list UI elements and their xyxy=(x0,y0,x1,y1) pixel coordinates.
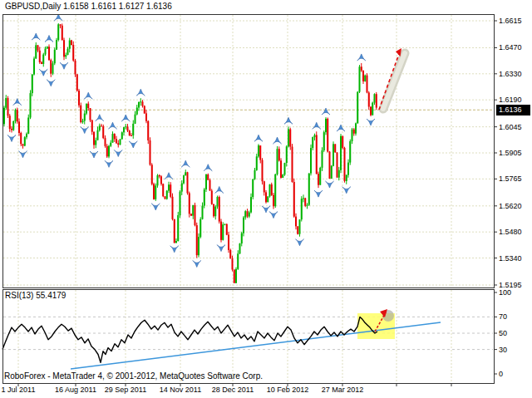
fractal-down-icon xyxy=(193,261,201,268)
fractal-down-icon xyxy=(105,160,113,167)
fractal-up-icon xyxy=(313,122,321,129)
price-axis-tick: 1.5480 xyxy=(499,228,522,236)
price-axis-tick: 1.6615 xyxy=(499,17,522,25)
chart-title: GBPUSD,Daily 1.6158 1.6161 1.6127 1.6136 xyxy=(5,2,172,11)
fractal-up-icon xyxy=(215,186,224,193)
fractal-down-icon xyxy=(19,151,27,158)
price-axis-tick: 1.5340 xyxy=(499,254,522,263)
price-axis-tick: 1.6330 xyxy=(499,70,522,78)
fractal-up-icon xyxy=(181,160,190,167)
current-price-badge: 1.6136 xyxy=(496,105,530,115)
price-axis-tick: 1.6470 xyxy=(499,43,522,52)
fractal-down-icon xyxy=(296,239,304,246)
fractal-up-icon xyxy=(284,117,293,124)
fractal-down-icon xyxy=(217,245,225,252)
fractal-down-icon xyxy=(326,181,334,188)
forecast-highlight-band[interactable] xyxy=(383,53,405,109)
fractal-down-icon xyxy=(7,135,16,142)
fractal-up-icon xyxy=(254,135,263,141)
fractal-down-icon xyxy=(39,69,47,76)
price-axis-tick: 1.5905 xyxy=(499,149,522,157)
fractal-up-icon xyxy=(273,137,282,144)
fractal-up-icon xyxy=(45,35,53,42)
fractal-up-icon xyxy=(96,115,104,121)
rsi-line xyxy=(2,317,377,362)
fractal-up-icon xyxy=(322,108,330,115)
time-axis-tick: 27 Mar 2012 xyxy=(309,386,376,394)
fractal-up-icon xyxy=(109,122,117,129)
fractal-up-icon xyxy=(121,115,130,121)
copyright-text: RoboForex - MetaTrader 4, © 2001-2012, M… xyxy=(4,372,263,381)
rsi-trendline[interactable] xyxy=(71,322,441,369)
price-axis-tick: 1.6190 xyxy=(499,96,522,104)
fractal-down-icon xyxy=(114,150,122,157)
fractal-down-icon xyxy=(151,204,160,210)
fractal-down-icon xyxy=(314,190,323,197)
fractal-arrows xyxy=(7,14,375,268)
price-axis-tick: 1.6045 xyxy=(499,123,522,131)
fractal-down-icon xyxy=(262,206,270,213)
fractal-up-icon xyxy=(337,125,345,131)
fractal-down-icon xyxy=(60,62,68,69)
fractal-down-icon xyxy=(367,119,375,125)
fractal-down-icon xyxy=(90,151,98,158)
fractal-down-icon xyxy=(269,212,278,219)
fractal-up-icon xyxy=(165,173,173,179)
rsi-axis-tick: 100 xyxy=(499,288,511,297)
rsi-axis-tick: 0 xyxy=(499,370,503,378)
rsi-indicator-label: RSI(13) 55.4179 xyxy=(5,292,66,300)
pane-borders xyxy=(3,15,498,387)
fractal-down-icon xyxy=(342,187,351,194)
fractal-down-icon xyxy=(81,127,89,134)
fractal-up-icon xyxy=(54,14,62,21)
fractal-down-icon xyxy=(129,141,137,148)
rsi-axis-tick: 50 xyxy=(499,329,507,337)
fractal-down-icon xyxy=(47,80,55,86)
price-axis-tick: 1.5620 xyxy=(499,202,522,210)
grid-lines xyxy=(3,15,493,382)
fractal-up-icon xyxy=(357,54,366,61)
rsi-axis-tick: 70 xyxy=(499,312,507,321)
mt4-chart-window: GBPUSD,Daily 1.6158 1.6161 1.6127 1.6136… xyxy=(0,0,532,398)
fractal-up-icon xyxy=(32,33,40,40)
rsi-axis-tick: 30 xyxy=(499,346,507,354)
chart-canvas[interactable] xyxy=(0,0,532,398)
fractal-down-icon xyxy=(170,246,179,253)
fractal-up-icon xyxy=(84,92,92,99)
price-axis-tick: 1.5765 xyxy=(499,174,522,183)
fractal-up-icon xyxy=(136,89,145,96)
fractal-up-icon xyxy=(204,165,212,171)
